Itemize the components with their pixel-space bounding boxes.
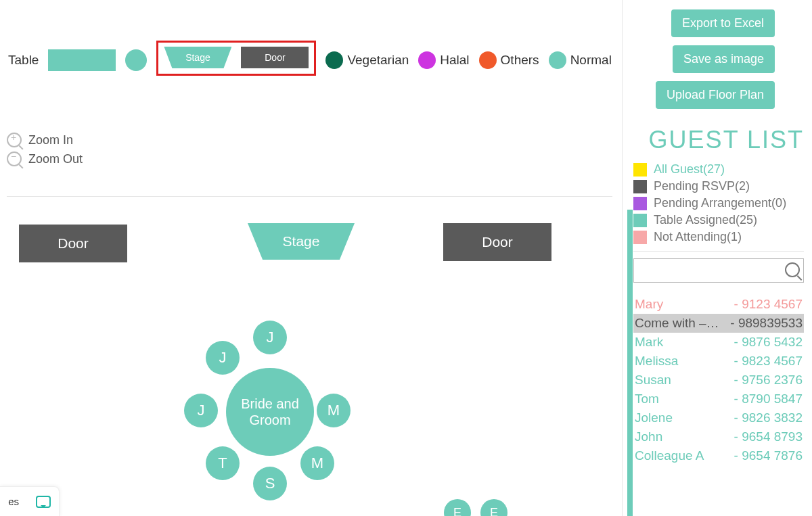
swatch-assigned-icon — [633, 214, 647, 227]
guest-accent-bar — [627, 210, 633, 516]
legend-highlight-group: Stage Door — [156, 41, 316, 76]
chat-label: es — [8, 496, 19, 507]
guest-phone: - 9123 4567 — [734, 297, 803, 312]
status-not-attending[interactable]: Not Attending(1) — [633, 230, 804, 244]
export-excel-button[interactable]: Export to Excel — [671, 9, 775, 37]
seat[interactable]: J — [206, 341, 240, 375]
legend-others-label: Others — [501, 53, 539, 68]
status-pending-label: Pending RSVP(2) — [654, 179, 750, 193]
guest-name: Tom — [635, 392, 659, 406]
save-image-button[interactable]: Save as image — [673, 45, 775, 73]
legend-bar: Table Stage Door Vegetarian Halal Others… — [7, 45, 619, 76]
main-table[interactable]: Bride and Groom — [226, 368, 314, 456]
chat-icon — [36, 496, 51, 508]
seat[interactable]: J — [184, 394, 218, 427]
guest-phone: - 9826 3832 — [734, 411, 803, 425]
seat[interactable]: M — [317, 394, 351, 427]
zoom-controls: Zoom In Zoom Out — [7, 133, 83, 170]
guest-row[interactable]: Susan - 9756 2376 — [633, 371, 804, 390]
legend-others: Others — [479, 51, 539, 69]
legend-round-shape[interactable] — [125, 49, 147, 71]
dot-halal-icon — [418, 51, 436, 69]
guest-phone: - 8790 5847 — [734, 392, 803, 406]
guest-row[interactable]: Mark - 9876 5432 — [633, 333, 804, 352]
legend-normal: Normal — [549, 51, 612, 69]
dot-others-icon — [479, 51, 497, 69]
guest-row[interactable]: Come with –… - 989839533 — [633, 314, 804, 333]
swatch-arrangement-icon — [633, 197, 647, 210]
guest-row[interactable]: Colleague A - 9654 7876 — [633, 446, 804, 465]
guest-name: Susan — [635, 373, 671, 388]
divider-status — [633, 251, 804, 252]
guest-name: Jolene — [635, 411, 673, 425]
legend-table-label: Table — [7, 53, 39, 68]
status-all-guest[interactable]: All Guest(27) — [633, 162, 804, 177]
guest-phone: - 9823 4567 — [734, 354, 803, 369]
seat-small[interactable]: E — [444, 499, 471, 516]
seat[interactable]: T — [206, 446, 240, 480]
zoom-in-icon — [7, 133, 22, 147]
door-left[interactable]: Door — [19, 225, 127, 262]
guest-phone: - 9756 2376 — [734, 373, 803, 388]
status-all-label: All Guest(27) — [654, 162, 725, 177]
legend-door-shape[interactable]: Door — [241, 47, 309, 68]
status-notattending-label: Not Attending(1) — [654, 230, 742, 244]
swatch-pending-icon — [633, 180, 647, 193]
status-arrangement-label: Pending Arrangement(0) — [654, 196, 786, 210]
legend-stage-shape[interactable]: Stage — [164, 47, 231, 68]
main-table-line1: Bride and — [241, 396, 299, 412]
zoom-out-button[interactable]: Zoom Out — [7, 151, 83, 166]
seat[interactable]: S — [253, 467, 287, 500]
guest-row[interactable]: Tom - 8790 5847 — [633, 390, 804, 408]
status-pending-arrangement[interactable]: Pending Arrangement(0) — [633, 196, 804, 210]
legend-vegetarian: Vegetarian — [325, 51, 409, 69]
guest-row[interactable]: Melissa - 9823 4567 — [633, 352, 804, 371]
guest-row[interactable]: Jolene - 9826 3832 — [633, 408, 804, 427]
status-table-assigned[interactable]: Table Assigned(25) — [633, 213, 804, 227]
guest-row[interactable]: John - 9654 8793 — [633, 427, 804, 446]
zoom-out-label: Zoom Out — [28, 152, 83, 166]
main-table-line2: Groom — [249, 412, 290, 428]
guest-phone: - 9876 5432 — [734, 335, 803, 350]
guest-name: Come with –… — [635, 316, 719, 331]
seat-small[interactable]: E — [480, 499, 508, 516]
swatch-all-icon — [633, 163, 647, 177]
seat[interactable]: J — [253, 321, 287, 354]
zoom-out-icon — [7, 151, 22, 166]
dot-normal-icon — [549, 51, 566, 69]
status-assigned-label: Table Assigned(25) — [654, 213, 757, 227]
search-box — [633, 258, 804, 283]
divider-vertical — [622, 0, 623, 516]
door-right[interactable]: Door — [443, 223, 551, 261]
action-buttons: Export to Excel Save as image Upload Flo… — [656, 9, 775, 109]
legend-halal-label: Halal — [440, 53, 469, 68]
chat-dock[interactable]: es — [0, 486, 60, 516]
guest-name: Melissa — [635, 354, 678, 369]
legend-halal: Halal — [418, 51, 469, 69]
upload-floorplan-button[interactable]: Upload Floor Plan — [656, 81, 775, 109]
legend-vegetarian-label: Vegetarian — [347, 53, 409, 68]
guest-list-title: GUEST LIST — [633, 126, 804, 154]
guest-phone: - 989839533 — [730, 316, 803, 331]
search-icon[interactable] — [785, 262, 800, 277]
guest-name: Mary — [635, 297, 663, 312]
guest-list: Mary - 9123 4567 Come with –… - 98983953… — [633, 295, 804, 465]
guest-phone: - 9654 7876 — [734, 448, 803, 463]
stage[interactable]: Stage — [248, 223, 355, 260]
zoom-in-button[interactable]: Zoom In — [7, 133, 83, 147]
floorplan-canvas[interactable]: Door Stage Door Bride and Groom J J J M … — [0, 216, 626, 516]
search-input[interactable] — [633, 258, 804, 283]
main-table-group[interactable]: Bride and Groom J J J M T S M — [176, 318, 365, 507]
status-pending-rsvp[interactable]: Pending RSVP(2) — [633, 179, 804, 193]
legend-normal-label: Normal — [570, 53, 612, 68]
zoom-in-label: Zoom In — [28, 133, 73, 147]
divider-horizontal — [7, 196, 612, 197]
guest-name: Mark — [635, 335, 663, 350]
guest-phone: - 9654 8793 — [734, 429, 803, 444]
guest-panel: GUEST LIST All Guest(27) Pending RSVP(2)… — [633, 126, 804, 465]
swatch-notattending-icon — [633, 231, 647, 244]
seat[interactable]: M — [300, 446, 334, 480]
legend-table-shape[interactable] — [48, 49, 116, 71]
dot-vegetarian-icon — [325, 51, 343, 69]
guest-row[interactable]: Mary - 9123 4567 — [633, 295, 804, 314]
